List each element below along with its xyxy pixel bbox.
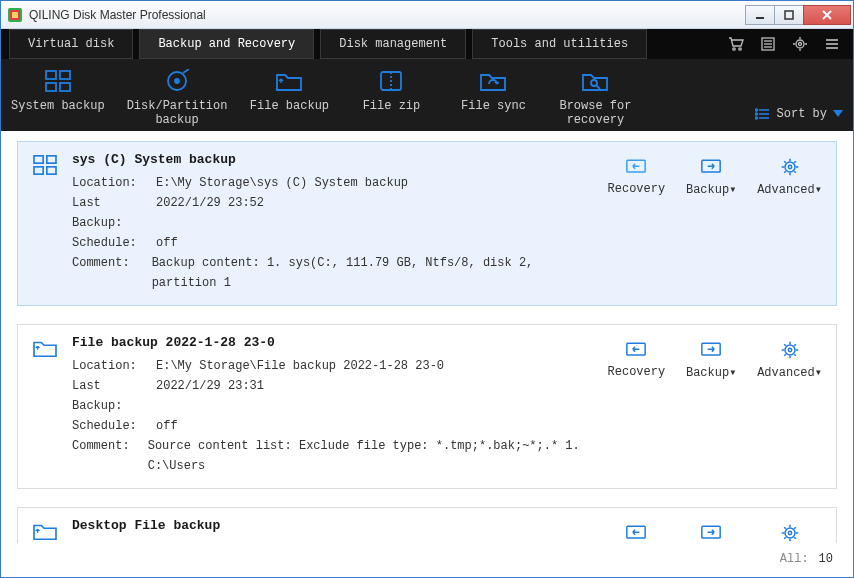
toolbar-item-label: File backup [250, 99, 329, 113]
grid-icon [32, 152, 60, 293]
advanced-button[interactable]: Advanced▾ [757, 156, 822, 197]
svg-line-65 [784, 354, 786, 356]
task-title: Desktop File backup [72, 518, 596, 533]
svg-point-45 [788, 165, 791, 168]
gear-icon [776, 522, 804, 543]
task-title: File backup 2022-1-28 23-0 [72, 335, 596, 350]
close-button[interactable] [803, 5, 851, 25]
gear-icon [776, 156, 804, 178]
cart-icon[interactable] [723, 29, 749, 59]
footer: All: 10 [17, 547, 833, 571]
toolbar-browse-button[interactable]: Browse for recovery [555, 67, 635, 127]
backup-icon [697, 522, 725, 543]
svg-point-56 [785, 345, 795, 355]
recovery-icon [622, 339, 650, 361]
svg-rect-2 [12, 12, 18, 18]
svg-point-44 [785, 162, 795, 172]
svg-rect-22 [46, 71, 56, 79]
task-card[interactable]: sys (C) System backup Location:E:\My Sto… [17, 141, 837, 306]
recovery-label: Recovery [608, 365, 666, 379]
toolbar-disk-button[interactable]: Disk/Partition backup [127, 67, 228, 127]
chevron-down-icon [833, 110, 843, 118]
recovery-button[interactable]: Recovery [608, 339, 666, 379]
advanced-button[interactable]: Advanced▾ [757, 339, 822, 380]
menubar: Virtual disk Backup and Recovery Disk ma… [1, 29, 853, 59]
toolbar-item-label: File zip [363, 99, 421, 113]
folder-icon [32, 518, 60, 543]
backup-button[interactable]: Backup▾ [683, 339, 739, 380]
location-value: E:\My Storage\File backup 2022-1-28 23-0 [156, 356, 444, 376]
app-logo-icon [7, 7, 23, 23]
titlebar: QILING Disk Master Professional [1, 1, 853, 29]
schedule-label: Schedule: [72, 416, 156, 436]
svg-rect-24 [46, 83, 56, 91]
list-icon[interactable] [755, 29, 781, 59]
toolbar-grid-button[interactable]: System backup [11, 67, 105, 127]
sync-icon [476, 67, 510, 95]
maximize-button[interactable] [774, 5, 804, 25]
last-backup-value: 2022/1/29 23:52 [156, 193, 264, 233]
toolbar-item-label: Browse for recovery [559, 99, 631, 127]
location-label: Location: [72, 539, 156, 543]
sort-by-button[interactable]: Sort by [755, 107, 843, 127]
toolbar-folder-button[interactable]: File backup [249, 67, 329, 127]
svg-line-77 [784, 537, 786, 539]
svg-line-52 [794, 161, 796, 163]
schedule-label: Schedule: [72, 233, 156, 253]
gear-icon[interactable] [787, 29, 813, 59]
toolbar: System backupDisk/Partition backupFile b… [1, 59, 853, 131]
comment-value: Backup content: 1. sys(C:, 111.79 GB, Nt… [152, 253, 596, 293]
window-title: QILING Disk Master Professional [29, 8, 746, 22]
recovery-button[interactable]: Recovery [608, 522, 666, 543]
svg-point-35 [755, 113, 757, 115]
svg-point-7 [733, 48, 735, 50]
tab-virtual-disk[interactable]: Virtual disk [9, 29, 133, 59]
svg-line-63 [794, 354, 796, 356]
advanced-label: Advanced▾ [757, 182, 822, 197]
recovery-icon [622, 156, 650, 178]
folder-icon [32, 335, 60, 476]
svg-line-75 [794, 537, 796, 539]
comment-value: Source content list: Exclude file type: … [148, 436, 596, 476]
svg-line-53 [784, 171, 786, 173]
toolbar-zip-button[interactable]: File zip [351, 67, 431, 127]
menu-icon[interactable] [819, 29, 845, 59]
backup-icon [697, 339, 725, 361]
location-label: Location: [72, 173, 156, 193]
minimize-button[interactable] [745, 5, 775, 25]
svg-point-13 [796, 40, 804, 48]
svg-line-64 [794, 344, 796, 346]
svg-point-36 [755, 117, 757, 119]
task-card[interactable]: File backup 2022-1-28 23-0 Location:E:\M… [17, 324, 837, 489]
svg-rect-38 [34, 156, 43, 163]
last-backup-label: Last Backup: [72, 376, 156, 416]
backup-label: Backup▾ [686, 182, 736, 197]
recovery-button[interactable]: Recovery [608, 156, 666, 196]
tab-disk-management[interactable]: Disk management [320, 29, 466, 59]
backup-button[interactable]: Backup▾ [683, 156, 739, 197]
all-label: All: [780, 552, 809, 566]
svg-line-51 [794, 171, 796, 173]
svg-point-69 [788, 531, 791, 534]
advanced-button[interactable]: Advanced▾ [757, 522, 822, 543]
svg-point-8 [739, 48, 741, 50]
task-card[interactable]: Desktop File backup Location:E:\My Stora… [17, 507, 837, 543]
backup-button[interactable]: Backup▾ [683, 522, 739, 543]
svg-line-50 [784, 161, 786, 163]
tab-tools-utilities[interactable]: Tools and utilities [472, 29, 647, 59]
zip-icon [374, 67, 408, 95]
svg-line-30 [596, 85, 600, 89]
svg-point-34 [755, 109, 757, 111]
comment-label: Comment: [72, 436, 148, 476]
task-title: sys (C) System backup [72, 152, 596, 167]
location-value: E:\My Storage\sys (C) System backup [156, 173, 408, 193]
schedule-value: off [156, 416, 178, 436]
toolbar-sync-button[interactable]: File sync [453, 67, 533, 127]
tab-backup-recovery[interactable]: Backup and Recovery [139, 29, 314, 59]
all-count: 10 [819, 552, 833, 566]
recovery-label: Recovery [608, 182, 666, 196]
svg-point-68 [785, 528, 795, 538]
app-window: QILING Disk Master Professional Virtual … [0, 0, 854, 578]
svg-line-76 [794, 527, 796, 529]
recovery-icon [622, 522, 650, 543]
